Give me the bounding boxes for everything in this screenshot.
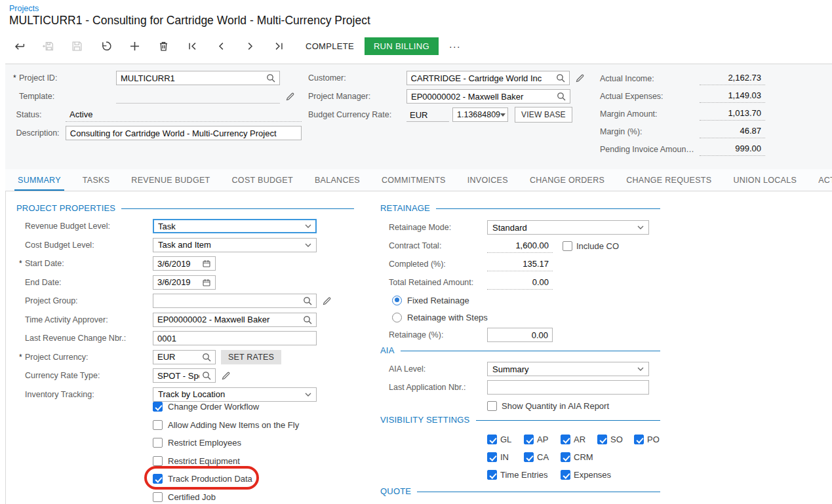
time-activity-approver-input[interactable]: EP00000002 - Maxwell Baker [153,313,317,327]
end-date-input[interactable]: 3/6/2019 [153,275,216,290]
retainage-mode-row: Retainage Mode: Standard [380,218,660,237]
go-next-button[interactable] [240,36,260,56]
allow-adding-items-row: Allow Adding New Items on the Fly [153,416,299,435]
tab-change-orders[interactable]: CHANGE ORDERS [530,176,604,185]
contract-total-row: Contract Total: 1,600.00 Include CO [380,237,660,255]
section-quote: QUOTE [380,486,660,496]
tab-union-locals[interactable]: UNION LOCALS [733,176,797,185]
calendar-icon[interactable] [202,259,211,268]
delete-button[interactable] [153,36,173,56]
currency-rate-combo[interactable]: 1.13684809 [452,107,508,122]
search-icon[interactable] [202,353,211,362]
margin-percent-value: 46.87 [700,125,765,138]
start-date-input[interactable]: 3/6/2019 [153,256,216,271]
project-manager-input[interactable]: EP00000002 - Maxwell Baker [406,89,570,104]
ap-checkbox[interactable] [524,435,534,444]
save-and-close-button[interactable] [38,36,58,56]
chevron-down-icon [305,393,311,397]
allow-adding-items-checkbox[interactable] [153,420,163,430]
undo-button[interactable] [96,36,115,56]
tab-balances[interactable]: BALANCES [315,176,360,185]
po-checkbox[interactable] [634,435,644,444]
search-icon[interactable] [557,92,566,101]
go-previous-button[interactable] [211,36,231,56]
calendar-icon[interactable] [202,278,211,287]
cost-budget-level-row: Cost Budget Level: Task and Item [16,236,354,255]
pencil-icon[interactable] [322,296,332,306]
time-entries-checkbox[interactable] [487,470,497,480]
save-button[interactable] [67,36,87,56]
breadcrumb[interactable]: Projects [9,4,39,13]
project-id-input[interactable]: MULTICURR1 [116,71,280,85]
tab-activities[interactable]: ACTIVITIES [818,176,832,185]
run-billing-button[interactable]: RUN BILLING [365,37,439,55]
project-id-label: Project ID: [19,73,116,83]
tab-revenue-budget[interactable]: REVENUE BUDGET [131,176,210,185]
add-button[interactable] [125,36,144,56]
change-order-workflow-checkbox[interactable] [153,402,163,412]
template-input[interactable] [116,90,280,104]
certified-job-row: Certified Job [153,488,299,504]
dropdown-caret-icon [500,113,505,117]
track-production-data-checkbox[interactable] [153,474,163,484]
cost-budget-level-select[interactable]: Task and Item [153,238,317,252]
tab-cost-budget[interactable]: COST BUDGET [232,176,293,185]
customer-input[interactable]: CARTRIDGE - Cartridge World Inc [406,71,570,85]
certified-job-checkbox[interactable] [153,492,163,502]
show-quantity-checkbox[interactable] [487,401,497,411]
pencil-icon[interactable] [575,73,585,83]
fixed-retainage-radio[interactable] [392,296,402,305]
aia-level-select[interactable]: Summary [487,362,649,376]
search-icon[interactable] [266,73,275,83]
currency-rate-type-input[interactable]: SPOT - Spo [153,368,216,383]
tab-commitments[interactable]: COMMITMENTS [382,176,446,185]
view-base-button[interactable]: VIEW BASE [515,107,572,123]
search-icon[interactable] [303,315,312,324]
status-row: Status: Active [7,106,302,124]
last-revenue-change-input[interactable]: 0001 [153,331,317,345]
status-value: Active [66,108,302,122]
go-first-button[interactable] [182,36,202,56]
required-star: * [13,73,19,83]
actual-income-value: 2,162.73 [700,71,765,85]
search-icon[interactable] [556,73,565,83]
visibility-checkboxes: GL AP AR SO PO IN CA CRM Time Entries Ex… [487,431,684,484]
set-rates-button[interactable]: SET RATES [221,350,281,364]
pencil-icon[interactable] [221,371,231,381]
complete-button[interactable]: COMPLETE [306,41,354,51]
more-actions-button[interactable]: ··· [449,41,461,52]
ca-checkbox[interactable] [524,452,534,462]
section-aia: AIA [380,345,660,355]
revenue-budget-level-select[interactable]: Task [153,219,317,233]
chevron-down-icon [305,243,311,247]
project-currency-input[interactable]: EUR [153,350,216,364]
retainage-mode-select[interactable]: Standard [487,220,649,235]
expenses-checkbox[interactable] [561,470,570,480]
include-co-checkbox[interactable] [563,241,572,251]
search-icon[interactable] [202,371,211,380]
tab-invoices[interactable]: INVOICES [467,176,508,185]
search-icon[interactable] [303,296,312,305]
so-checkbox[interactable] [597,435,607,444]
tab-tasks[interactable]: TASKS [83,176,110,185]
last-application-input[interactable] [487,380,649,395]
visibility-row-1: GL AP AR SO PO [487,431,684,448]
back-button[interactable] [9,36,29,56]
description-input[interactable]: Consulting for Cartridge World - Multi-C… [66,126,302,140]
ar-checkbox[interactable] [561,435,570,444]
restrict-employees-checkbox[interactable] [153,438,163,448]
last-application-row: Last Application Nbr.: [380,378,660,397]
restrict-equipment-checkbox[interactable] [153,456,163,466]
pencil-icon[interactable] [285,92,295,102]
crm-checkbox[interactable] [561,452,570,462]
gl-checkbox[interactable] [487,435,497,444]
project-manager-row: Project Manager: EP00000002 - Maxwell Ba… [303,87,585,106]
go-last-button[interactable] [269,36,288,56]
in-checkbox[interactable] [487,452,497,462]
retainage-percent-input[interactable]: 0.00 [487,328,553,342]
restrict-equipment-row: Restrict Equipment [153,452,299,471]
tab-change-requests[interactable]: CHANGE REQUESTS [626,176,711,185]
retainage-with-steps-radio[interactable] [392,313,402,322]
project-group-input[interactable] [153,294,317,308]
tab-summary[interactable]: SUMMARY [18,176,61,185]
